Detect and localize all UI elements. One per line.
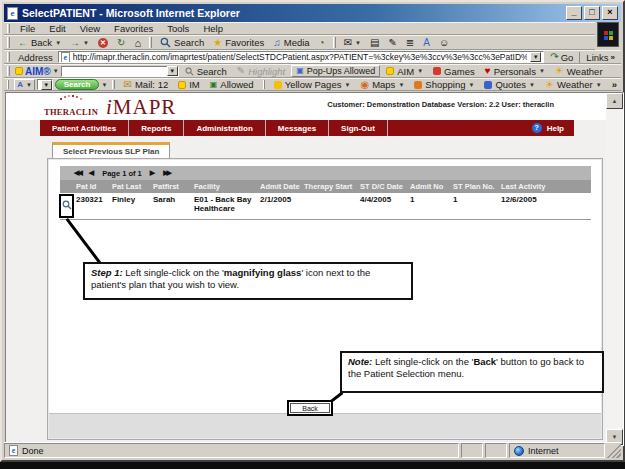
prev-page-icon[interactable]: ◀ — [89, 169, 94, 177]
scroll-up-icon[interactable]: ▲ — [606, 93, 623, 109]
search-icon — [185, 67, 194, 76]
aim-search-button[interactable]: Search — [181, 66, 231, 77]
forward-button[interactable]: → ▼ — [66, 38, 93, 48]
refresh-button[interactable]: ↻ — [113, 38, 129, 48]
mail-count-button[interactable]: ✉ Mail: 12 — [120, 79, 173, 90]
cell-facility: E01 - Back Bay Healthcare — [194, 195, 260, 216]
quick-search-dropdown-icon[interactable]: ▼ — [41, 80, 52, 90]
highlight-button[interactable]: ✎ Highlight — [233, 66, 289, 77]
aim-brand[interactable]: AIM® — [25, 66, 51, 77]
next-page-icon[interactable]: ▶ — [150, 169, 155, 177]
games-button[interactable]: Games — [429, 66, 479, 77]
menu-edit[interactable]: Edit — [42, 23, 72, 34]
toolbar-overflow-button[interactable]: » — [608, 79, 621, 90]
aim-menu-button[interactable]: AIM ▼ — [382, 66, 427, 77]
nav-messages[interactable]: Messages — [266, 120, 329, 136]
vertical-scrollbar[interactable]: ▲ ▼ — [606, 93, 623, 445]
shopping-button[interactable]: Shopping ▼ — [410, 79, 478, 90]
highlight-pen-icon: ✎ — [237, 66, 245, 76]
minimize-button[interactable]: _ — [566, 6, 582, 20]
quotes-button[interactable]: Quotes ▼ — [480, 79, 539, 90]
media-button[interactable]: ♫ Media — [269, 37, 313, 48]
menu-favorites[interactable]: Favorites — [107, 23, 160, 34]
home-button[interactable]: ⌂ — [130, 38, 145, 48]
row-magnifier-highlight[interactable] — [59, 194, 74, 218]
favorites-button[interactable]: ★ Favorites — [209, 37, 268, 48]
aim-search-dropdown-icon[interactable]: ▼ — [167, 66, 178, 76]
go-button[interactable]: ↷ Go — [544, 52, 579, 63]
nav-help[interactable]: ? Help — [532, 123, 574, 133]
quick-weather-button[interactable]: ☀ Weather ▼ — [541, 79, 606, 90]
yellow-pages-icon — [274, 81, 282, 89]
yellow-pages-button[interactable]: Yellow Pages ▼ — [270, 79, 355, 90]
toolbar-grip[interactable] — [7, 52, 10, 62]
cell-pat-id: 230321 — [76, 195, 112, 216]
chevron-down-icon: ▼ — [417, 68, 423, 74]
tab-select-previous-slp-plan[interactable]: Select Previous SLP Plan — [52, 142, 170, 158]
allowed-button[interactable]: ▣ Allowed — [206, 79, 258, 90]
print-button[interactable]: ▤ — [366, 38, 383, 48]
sun-icon: ☀ — [555, 66, 564, 76]
toolbar-grip[interactable] — [7, 80, 9, 89]
address-input[interactable]: e http://imapr.theraclin.com/imaprtest/p… — [58, 51, 544, 63]
cell-st-dc-date: 4/4/2005 — [360, 195, 410, 216]
address-dropdown-icon[interactable]: ▼ — [530, 52, 541, 62]
quick-search-input[interactable]: ▼ — [37, 79, 53, 90]
compass-icon: ◉ — [360, 80, 369, 90]
messenger-button[interactable]: A — [419, 38, 434, 48]
nav-administration[interactable]: Administration — [184, 120, 265, 136]
menu-file[interactable]: File — [13, 23, 42, 34]
search-button[interactable]: Search — [156, 37, 208, 48]
nav-reports[interactable]: Reports — [129, 120, 184, 136]
links-button[interactable]: Links » — [579, 52, 621, 63]
im-button[interactable]: IM — [174, 79, 204, 90]
popups-allowed-button[interactable]: ▣ Pop-Ups Allowed — [291, 65, 380, 77]
standard-toolbar: ← Back ▼ → ▼ ✕ ↻ ⌂ Search ★ Favorites ♫ … — [4, 35, 595, 50]
maps-button[interactable]: ◉ Maps ▼ — [356, 79, 408, 90]
history-button[interactable]: ◔ — [315, 38, 329, 48]
aim-weather-button[interactable]: ☀ Weather — [551, 66, 607, 77]
back-button[interactable]: ← Back ▼ — [14, 37, 65, 48]
nav-patient-activities[interactable]: Patient Activities — [40, 120, 129, 136]
first-page-icon[interactable]: ◀◀ — [74, 169, 81, 177]
menu-tools[interactable]: Tools — [160, 23, 196, 34]
cell-admit-date: 2/1/2005 — [260, 195, 304, 216]
menu-view[interactable]: View — [73, 23, 107, 34]
menu-help[interactable]: Help — [196, 23, 230, 34]
panel-footer — [49, 413, 601, 438]
cell-therapy-start — [304, 195, 360, 216]
magnifying-glass-icon[interactable] — [62, 200, 72, 210]
stop-button[interactable]: ✕ — [94, 38, 112, 48]
toolbar-grip[interactable] — [7, 37, 10, 47]
aim-search-input[interactable]: ▼ — [61, 66, 179, 77]
mail-dropdown-icon[interactable]: ▼ — [355, 40, 361, 46]
chevron-right-icon: » — [611, 53, 615, 62]
last-page-icon[interactable]: ▶▶ — [163, 169, 170, 177]
close-button[interactable]: × — [602, 6, 618, 20]
aim-toolbar: AIM® ▼ ▼ Search ✎ Highlight ▣ Pop-Ups Al… — [4, 64, 621, 78]
provider-button[interactable]: A ▼ — [14, 79, 35, 91]
back-form-button[interactable]: Back — [290, 403, 330, 413]
quick-search-button[interactable]: Search — [55, 79, 100, 90]
nav-sign-out[interactable]: Sign-Out — [329, 120, 388, 136]
pagination-bar: ◀◀ ◀ Page 1 of 1 ▶ ▶▶ — [60, 166, 591, 180]
personals-button[interactable]: ♥ Personals ▼ — [481, 66, 549, 77]
maximize-button[interactable]: □ — [584, 6, 600, 20]
resize-grip[interactable] — [607, 443, 621, 458]
status-bar: e Done Internet — [4, 442, 621, 458]
address-url: http://imapr.theraclin.com/imaprtest/pat… — [73, 52, 527, 62]
stop-icon: ✕ — [98, 38, 108, 48]
discuss-button[interactable]: ≣ — [402, 38, 418, 48]
research-button[interactable]: ☺ — [435, 38, 453, 48]
search-options-dropdown-icon[interactable]: ▼ — [101, 82, 107, 88]
toolbar-grip[interactable] — [7, 66, 10, 76]
toolbar-grip[interactable] — [7, 24, 10, 33]
forward-dropdown-icon[interactable]: ▼ — [83, 40, 89, 46]
edit-button[interactable]: ✎ — [384, 38, 400, 48]
aim-man-icon — [386, 67, 394, 75]
toolbar-separator — [149, 37, 152, 47]
mail-button[interactable]: ✉▼ — [340, 38, 365, 48]
aim-brand-dropdown-icon[interactable]: ▼ — [53, 68, 59, 74]
back-dropdown-icon[interactable]: ▼ — [55, 40, 61, 46]
address-label: Address — [13, 52, 58, 63]
